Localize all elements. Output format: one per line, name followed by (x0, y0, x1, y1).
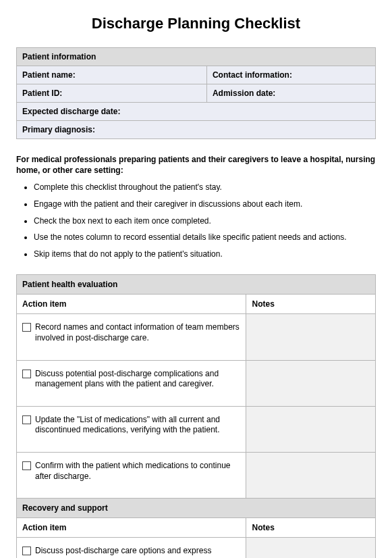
patient-name-field[interactable]: Patient name: (17, 66, 207, 84)
action-item-text: Discuss potential post-discharge complic… (35, 369, 240, 390)
action-item-text: Update the "List of medications" with al… (35, 415, 240, 436)
action-column-header: Action item (17, 295, 246, 314)
checkbox[interactable] (22, 323, 31, 332)
action-item-text: Record names and contact information of … (35, 322, 240, 343)
checkbox[interactable] (22, 547, 31, 555)
checkbox[interactable] (22, 370, 31, 378)
action-item-text: Confirm with the patient which medicatio… (35, 461, 240, 482)
primary-diagnosis-field[interactable]: Primary diagnosis: (17, 121, 376, 139)
contact-info-field[interactable]: Contact information: (206, 66, 375, 84)
notes-cell[interactable] (246, 452, 376, 498)
notes-cell[interactable] (246, 314, 376, 360)
notes-cell[interactable] (246, 538, 376, 558)
section-header: Patient health evaluation (17, 275, 376, 295)
notes-column-header: Notes (246, 518, 376, 538)
list-item: Use the notes column to record essential… (34, 232, 376, 243)
admission-date-field[interactable]: Admission date: (206, 84, 375, 103)
instructions-list: Complete this checklist throughout the p… (16, 182, 376, 259)
checkbox[interactable] (22, 461, 31, 470)
discharge-date-field[interactable]: Expected discharge date: (17, 103, 376, 121)
notes-cell[interactable] (246, 406, 376, 452)
patient-id-field[interactable]: Patient ID: (17, 84, 207, 103)
patient-info-table: Patient information Patient name: Contac… (16, 47, 376, 139)
intro-text: For medical professionals preparing pati… (16, 154, 376, 176)
action-column-header: Action item (17, 518, 246, 538)
list-item: Complete this checklist throughout the p… (34, 182, 376, 193)
list-item: Engage with the patient and their caregi… (34, 199, 376, 210)
notes-cell[interactable] (246, 360, 376, 406)
section-header: Recovery and support (17, 499, 376, 518)
list-item: Skip items that do not apply to the pati… (34, 249, 376, 260)
checklist-table: Patient health evaluation Action item No… (16, 274, 376, 558)
notes-column-header: Notes (246, 295, 376, 314)
patient-info-header: Patient information (17, 48, 376, 66)
checkbox[interactable] (22, 415, 31, 424)
page-title: Discharge Planning Checklist (16, 15, 376, 32)
action-item-text: Discuss post-discharge care options and … (35, 546, 240, 558)
list-item: Check the box next to each item once com… (34, 216, 376, 227)
